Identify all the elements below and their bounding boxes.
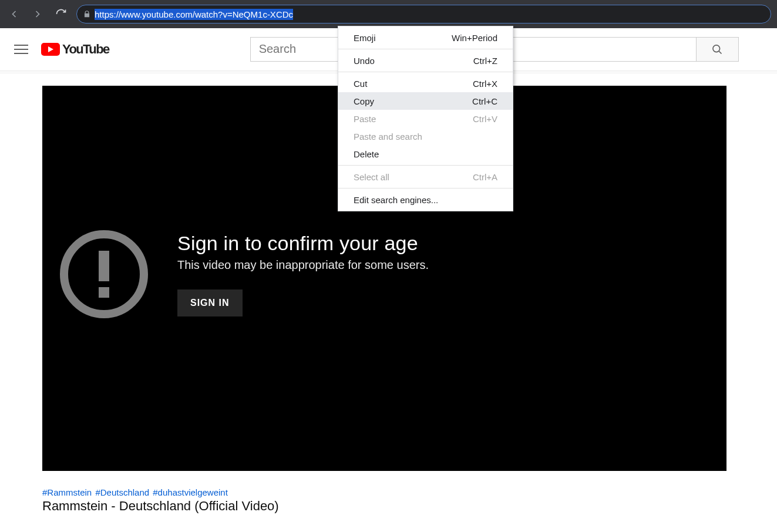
youtube-logo-text: YouTube: [62, 42, 109, 57]
context-menu-label: Edit search engines...: [354, 195, 438, 205]
context-menu-separator: [338, 165, 513, 166]
context-menu-item[interactable]: Edit search engines...: [338, 191, 513, 208]
context-menu-label: Delete: [354, 149, 379, 159]
svg-point-3: [713, 45, 720, 52]
svg-rect-1: [14, 49, 28, 50]
url-text-selected[interactable]: https://www.youtube.com/watch?v=NeQM1c-X…: [95, 9, 293, 20]
context-menu-shortcut: Ctrl+Z: [473, 56, 497, 66]
context-menu-label: Emoji: [354, 33, 376, 43]
warning-icon: [60, 230, 148, 318]
context-menu-separator: [338, 72, 513, 72]
svg-line-4: [719, 51, 721, 53]
video-title: Rammstein - Deutschland (Official Video): [42, 499, 735, 514]
forward-button[interactable]: [29, 6, 46, 22]
context-menu: EmojiWin+PeriodUndoCtrl+ZCutCtrl+XCopyCt…: [338, 26, 513, 211]
lock-icon: [83, 10, 91, 18]
context-menu-item[interactable]: Delete: [338, 145, 513, 163]
context-menu-item[interactable]: CopyCtrl+C: [338, 92, 513, 110]
reload-button[interactable]: [53, 6, 69, 22]
context-menu-label: Select all: [354, 172, 389, 182]
context-menu-shortcut: Ctrl+A: [473, 172, 497, 182]
context-menu-shortcut: Ctrl+C: [472, 96, 497, 106]
context-menu-label: Copy: [354, 96, 374, 106]
context-menu-item[interactable]: UndoCtrl+Z: [338, 52, 513, 69]
age-gate-sub: This video may be inappropriate for some…: [177, 258, 429, 272]
context-menu-separator: [338, 188, 513, 188]
hashtag-link[interactable]: #Deutschland: [95, 487, 149, 497]
context-menu-label: Cut: [354, 79, 367, 89]
svg-rect-2: [14, 53, 28, 54]
hashtag-link[interactable]: #Rammstein: [42, 487, 92, 497]
youtube-play-icon: [41, 43, 60, 56]
hashtag-link[interactable]: #duhastvielgeweint: [153, 487, 228, 497]
search-button[interactable]: [697, 37, 739, 62]
sign-in-button[interactable]: SIGN IN: [177, 289, 243, 316]
context-menu-item: Select allCtrl+A: [338, 168, 513, 186]
context-menu-label: Undo: [354, 56, 375, 66]
back-button[interactable]: [6, 6, 22, 22]
context-menu-item: Paste and search: [338, 127, 513, 145]
browser-toolbar: https://www.youtube.com/watch?v=NeQM1c-X…: [0, 0, 777, 28]
search-icon: [711, 43, 723, 55]
age-gate-heading: Sign in to confirm your age: [177, 232, 429, 255]
context-menu-shortcut: Ctrl+V: [473, 114, 497, 124]
context-menu-item: PasteCtrl+V: [338, 110, 513, 127]
context-menu-label: Paste and search: [354, 132, 422, 142]
address-bar[interactable]: https://www.youtube.com/watch?v=NeQM1c-X…: [76, 5, 771, 23]
hashtag-row: #Rammstein #Deutschland #duhastvielgewei…: [42, 487, 735, 497]
context-menu-item[interactable]: CutCtrl+X: [338, 75, 513, 92]
context-menu-shortcut: Ctrl+X: [473, 79, 497, 89]
context-menu-label: Paste: [354, 114, 376, 124]
menu-button[interactable]: [9, 38, 33, 61]
context-menu-item[interactable]: EmojiWin+Period: [338, 29, 513, 46]
svg-rect-0: [14, 45, 28, 46]
age-gate: Sign in to confirm your age This video m…: [60, 230, 429, 318]
youtube-logo[interactable]: YouTube: [41, 42, 109, 57]
context-menu-separator: [338, 49, 513, 49]
context-menu-shortcut: Win+Period: [452, 33, 497, 43]
